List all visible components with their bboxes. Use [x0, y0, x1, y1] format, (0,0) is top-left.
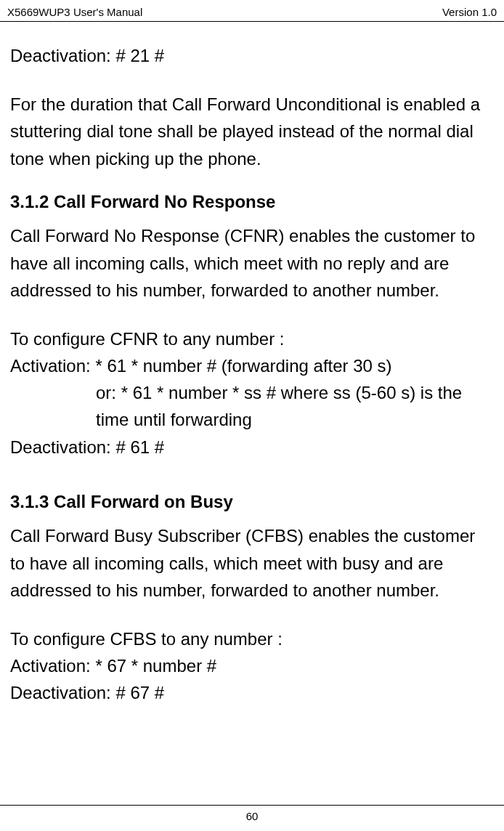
page-footer: 60 — [0, 805, 504, 831]
header-left: X5669WUP3 User's Manual — [7, 6, 142, 18]
cfbs-config-title: To configure CFBS to any number : — [10, 625, 494, 652]
cfnr-deactivation: Deactivation: # 61 # — [10, 434, 494, 461]
cfbs-activation: Activation: * 67 * number # — [10, 652, 494, 679]
cfbs-deactivation: Deactivation: # 67 # — [10, 679, 494, 706]
header-right: Version 1.0 — [442, 6, 497, 18]
heading-313: 3.1.3 Call Forward on Busy — [10, 490, 494, 514]
cfu-note: For the duration that Call Forward Uncon… — [10, 91, 494, 172]
page-number: 60 — [246, 810, 259, 822]
page-header: X5669WUP3 User's Manual Version 1.0 — [0, 0, 504, 22]
page-content: Deactivation: # 21 # For the duration th… — [0, 22, 504, 805]
deactivation-21: Deactivation: # 21 # — [10, 42, 494, 69]
cfnr-activation: Activation: * 61 * number # (forwarding … — [10, 352, 494, 379]
cfnr-config-title: To configure CFNR to any number : — [10, 325, 494, 352]
cfnr-intro: Call Forward No Response (CFNR) enables … — [10, 222, 494, 304]
heading-312: 3.1.2 Call Forward No Response — [10, 190, 494, 214]
page-container: X5669WUP3 User's Manual Version 1.0 Deac… — [0, 0, 504, 831]
cfnr-or-line: or: * 61 * number * ss # where ss (5-60 … — [10, 379, 494, 433]
cfbs-intro: Call Forward Busy Subscriber (CFBS) enab… — [10, 522, 494, 604]
